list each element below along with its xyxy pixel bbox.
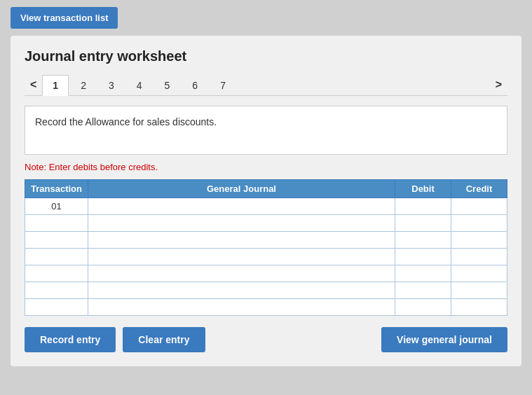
general-journal-input-4[interactable] (91, 251, 392, 263)
credit-cell-5[interactable] (451, 265, 507, 282)
general-journal-cell-7[interactable] (88, 299, 395, 316)
credit-cell-1[interactable] (451, 198, 507, 215)
tabs-navigation: < 1 2 3 4 5 6 7 > (25, 74, 507, 96)
credit-cell-3[interactable] (451, 232, 507, 249)
tab-6[interactable]: 6 (182, 75, 208, 95)
credit-input-7[interactable] (454, 301, 504, 313)
general-journal-cell-3[interactable] (88, 232, 395, 249)
debit-input-3[interactable] (398, 234, 448, 246)
debit-cell-7[interactable] (395, 299, 451, 316)
general-journal-cell-2[interactable] (88, 215, 395, 232)
table-row (25, 282, 507, 299)
note-text: Note: Enter debits before credits. (25, 162, 507, 172)
general-journal-input-6[interactable] (91, 284, 392, 296)
debit-cell-5[interactable] (395, 265, 451, 282)
general-journal-input-1[interactable] (91, 200, 392, 212)
debit-cell-1[interactable] (395, 198, 451, 215)
record-entry-button[interactable]: Record entry (25, 327, 116, 352)
transaction-cell-6 (25, 282, 88, 299)
credit-cell-2[interactable] (451, 215, 507, 232)
main-card: Journal entry worksheet < 1 2 3 4 5 6 7 … (11, 36, 521, 366)
credit-cell-4[interactable] (451, 249, 507, 265)
transaction-cell-7 (25, 299, 88, 316)
tab-1[interactable]: 1 (42, 75, 69, 96)
debit-cell-4[interactable] (395, 249, 451, 265)
table-row (25, 249, 507, 265)
tab-7[interactable]: 7 (210, 75, 236, 95)
debit-input-1[interactable] (398, 200, 448, 212)
credit-cell-6[interactable] (451, 282, 507, 299)
debit-cell-6[interactable] (395, 282, 451, 299)
transaction-cell-5 (25, 265, 88, 282)
clear-entry-button[interactable]: Clear entry (123, 327, 205, 352)
transaction-cell-2 (25, 215, 88, 232)
general-journal-input-5[interactable] (91, 268, 392, 279)
journal-table: Transaction General Journal Debit Credit… (25, 179, 507, 316)
tab-2[interactable]: 2 (70, 75, 97, 95)
credit-input-1[interactable] (454, 200, 504, 212)
general-journal-cell-4[interactable] (88, 249, 395, 265)
debit-input-7[interactable] (398, 301, 448, 313)
header-credit: Credit (451, 180, 507, 198)
debit-cell-3[interactable] (395, 232, 451, 249)
credit-input-5[interactable] (454, 268, 504, 279)
tab-4[interactable]: 4 (126, 75, 153, 95)
header-debit: Debit (395, 180, 451, 198)
general-journal-input-2[interactable] (91, 217, 392, 229)
prev-tab-arrow[interactable]: < (25, 74, 42, 95)
view-general-journal-button[interactable]: View general journal (381, 327, 507, 352)
general-journal-input-3[interactable] (91, 234, 392, 246)
table-row (25, 232, 507, 249)
tab-3[interactable]: 3 (98, 75, 125, 95)
general-journal-cell-1[interactable] (88, 198, 395, 215)
tab-5[interactable]: 5 (154, 75, 181, 95)
debit-cell-2[interactable] (395, 215, 451, 232)
description-box: Record the Allowance for sales discounts… (25, 106, 507, 155)
credit-input-3[interactable] (454, 234, 504, 246)
credit-input-6[interactable] (454, 284, 504, 296)
debit-input-2[interactable] (398, 217, 448, 229)
header-general-journal: General Journal (88, 180, 395, 198)
general-journal-cell-5[interactable] (88, 265, 395, 282)
table-row: 01 (25, 198, 507, 215)
view-transaction-button[interactable]: View transaction list (11, 7, 118, 29)
credit-input-4[interactable] (454, 251, 504, 263)
credit-input-2[interactable] (454, 217, 504, 229)
buttons-row: Record entry Clear entry View general jo… (25, 327, 507, 352)
debit-input-4[interactable] (398, 251, 448, 263)
general-journal-cell-6[interactable] (88, 282, 395, 299)
header-transaction: Transaction (25, 180, 88, 198)
worksheet-title: Journal entry worksheet (25, 48, 507, 64)
table-row (25, 299, 507, 316)
next-tab-arrow[interactable]: > (490, 74, 507, 95)
table-row (25, 215, 507, 232)
credit-cell-7[interactable] (451, 299, 507, 316)
debit-input-5[interactable] (398, 268, 448, 279)
transaction-id-01: 01 (25, 198, 88, 215)
transaction-cell-3 (25, 232, 88, 249)
transaction-cell-4 (25, 249, 88, 265)
general-journal-input-7[interactable] (91, 301, 392, 313)
debit-input-6[interactable] (398, 284, 448, 296)
table-row (25, 265, 507, 282)
